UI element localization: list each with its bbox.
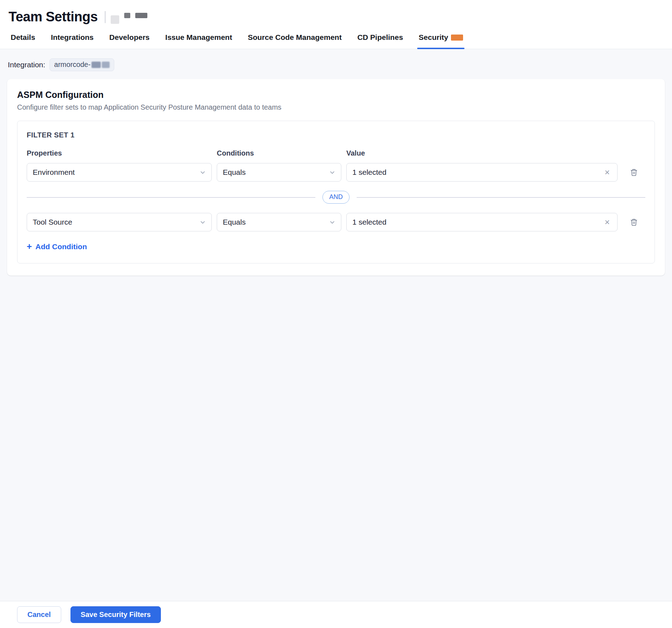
column-header-conditions: Conditions <box>217 149 341 157</box>
tab-label: Details <box>11 33 35 42</box>
value-multiselect-text: 1 selected <box>352 168 387 177</box>
integration-row: Integration: armorcode- <box>0 49 672 71</box>
column-header-value: Value <box>346 149 618 157</box>
tab-details[interactable]: Details <box>10 30 36 49</box>
title-row: Team Settings <box>0 0 672 30</box>
property-select[interactable]: Tool Source <box>27 213 212 231</box>
redacted-block <box>111 15 119 24</box>
delete-condition-button[interactable] <box>626 214 642 230</box>
add-condition-button[interactable]: + Add Condition <box>27 242 87 251</box>
and-divider-line <box>357 197 645 198</box>
condition-select[interactable]: Equals <box>217 163 341 182</box>
chevron-down-icon <box>329 219 335 225</box>
redacted-block <box>124 13 130 18</box>
tab-source-code-management[interactable]: Source Code Management <box>247 30 342 49</box>
property-select-value: Tool Source <box>33 218 72 226</box>
tab-label: Issue Management <box>165 33 232 42</box>
value-multiselect[interactable]: 1 selected ✕ <box>346 213 618 231</box>
integration-chip[interactable]: armorcode- <box>49 58 114 71</box>
integration-label: Integration: <box>8 61 45 69</box>
condition-select[interactable]: Equals <box>217 213 341 231</box>
tab-bar: Details Integrations Developers Issue Ma… <box>0 30 672 49</box>
tab-label: CD Pipelines <box>357 33 403 42</box>
and-divider-line <box>27 197 315 198</box>
aspm-configuration-card: ASPM Configuration Configure filter sets… <box>7 79 665 276</box>
plus-icon: + <box>27 242 32 251</box>
tab-label: Source Code Management <box>248 33 342 42</box>
tab-security[interactable]: Security <box>418 30 464 49</box>
card-subtitle: Configure filter sets to map Application… <box>17 103 655 111</box>
tab-integrations[interactable]: Integrations <box>50 30 94 49</box>
cancel-button[interactable]: Cancel <box>17 606 61 623</box>
filter-row: Tool Source Equals 1 selected ✕ <box>27 213 645 231</box>
title-separator <box>105 11 106 23</box>
save-security-filters-button[interactable]: Save Security Filters <box>70 606 161 623</box>
chevron-down-icon <box>329 169 335 176</box>
filter-column-headers: Properties Conditions Value <box>27 149 645 157</box>
redacted-block <box>102 62 110 68</box>
add-condition-label: Add Condition <box>36 242 87 251</box>
delete-condition-button[interactable] <box>626 164 642 180</box>
chevron-down-icon <box>200 169 206 176</box>
page-title: Team Settings <box>9 9 98 25</box>
value-multiselect-text: 1 selected <box>352 218 387 226</box>
tab-label: Security <box>419 33 448 42</box>
redacted-block <box>135 13 147 18</box>
redacted-badge <box>451 35 463 41</box>
property-select[interactable]: Environment <box>27 163 212 182</box>
trash-icon <box>630 168 638 177</box>
property-select-value: Environment <box>33 168 75 177</box>
clear-selection-icon[interactable]: ✕ <box>603 168 611 177</box>
trash-icon <box>630 218 638 226</box>
tab-label: Integrations <box>51 33 94 42</box>
filter-row: Environment Equals 1 selected ✕ <box>27 163 645 182</box>
footer-action-bar: Cancel Save Security Filters <box>0 601 672 628</box>
tab-issue-management[interactable]: Issue Management <box>164 30 233 49</box>
condition-select-value: Equals <box>223 218 246 226</box>
column-header-properties: Properties <box>27 149 212 157</box>
chevron-down-icon <box>200 219 206 225</box>
clear-selection-icon[interactable]: ✕ <box>603 218 611 227</box>
value-multiselect[interactable]: 1 selected ✕ <box>346 163 618 182</box>
card-title: ASPM Configuration <box>17 90 655 100</box>
tab-label: Developers <box>109 33 149 42</box>
page-header: Team Settings Details Integrations Devel… <box>0 0 672 49</box>
filter-set-1: FILTER SET 1 Properties Conditions Value… <box>17 121 655 263</box>
tab-cd-pipelines[interactable]: CD Pipelines <box>357 30 404 49</box>
and-divider: AND <box>27 191 645 204</box>
tab-developers[interactable]: Developers <box>109 30 150 49</box>
integration-chip-text: armorcode- <box>54 61 90 69</box>
condition-select-value: Equals <box>223 168 246 177</box>
filter-set-title: FILTER SET 1 <box>27 131 645 139</box>
redacted-block <box>91 62 101 68</box>
and-operator-pill: AND <box>322 191 350 204</box>
